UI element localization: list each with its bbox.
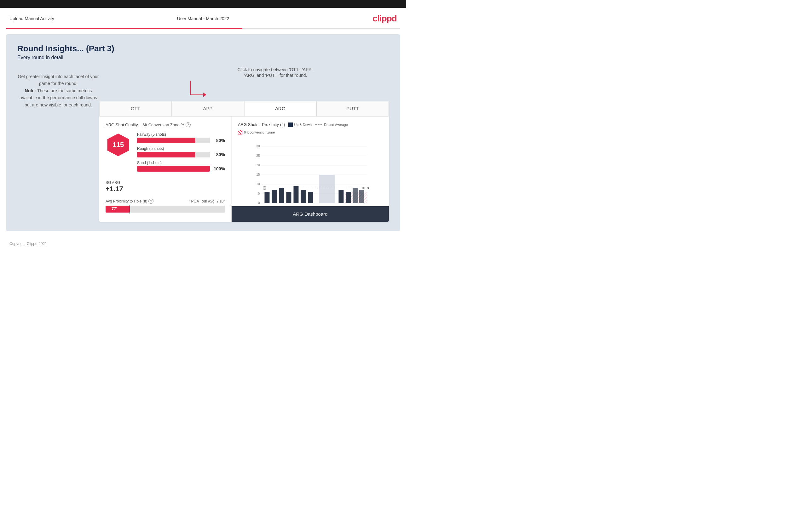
updown-icon (288, 122, 293, 127)
rough-pct: 80% (212, 152, 225, 157)
svg-rect-27 (294, 186, 299, 203)
tab-ott[interactable]: OTT (99, 101, 172, 116)
svg-text:30: 30 (256, 145, 260, 148)
main-content: Round Insights... (Part 3) Every round i… (6, 34, 400, 231)
legend-updown: Up & Down (288, 122, 312, 127)
hexagon-score: 115 (106, 132, 131, 158)
svg-point-35 (263, 186, 266, 189)
left-column: Get greater insight into each facet of y… (17, 67, 99, 108)
legend-round-avg: Round Average (315, 123, 348, 127)
svg-rect-32 (346, 192, 351, 203)
proximity-value: 77' (111, 206, 117, 211)
chart-header: ARG Shots - Proximity (ft) Up & Down Rou… (238, 122, 383, 134)
round-avg-icon (315, 124, 322, 125)
insight-main: Get greater insight into each facet of y… (18, 74, 99, 86)
svg-rect-34 (359, 190, 364, 203)
svg-rect-29 (308, 192, 313, 203)
shot-row-rough: Rough (5 shots) 80% (137, 147, 225, 158)
proximity-cursor (130, 205, 130, 214)
chart-title: ARG Shots - Proximity (ft) (238, 122, 285, 127)
proximity-header: Avg Proximity to Hole (ft) ? ↑ PGA Tour … (106, 199, 225, 204)
arg-shot-quality-label: ARG Shot Quality (106, 122, 138, 127)
chart-area: 0 5 10 15 20 25 30 (238, 137, 383, 206)
svg-marker-21 (363, 187, 365, 189)
conversion-zone-label: 6ft Conversion Zone % ? (143, 122, 191, 127)
page-title: Round Insights... (Part 3) (17, 44, 389, 54)
tabs-container: OTT APP ARG PUTT (99, 101, 389, 116)
top-bar (0, 0, 406, 8)
svg-text:8: 8 (367, 186, 369, 190)
svg-text:0: 0 (258, 201, 260, 205)
sg-arg-section: SG ARG +1.17 (106, 180, 225, 193)
svg-rect-30 (319, 175, 335, 203)
chart-svg: 0 5 10 15 20 25 30 (238, 137, 383, 206)
fairway-label: Fairway (5 shots) (137, 132, 225, 137)
sand-pct: 100% (212, 166, 225, 171)
shot-row-sand: Sand (1 shots) 100% (137, 161, 225, 172)
sand-label: Sand (1 shots) (137, 161, 225, 165)
help-icon[interactable]: ? (186, 122, 191, 127)
copyright: Copyright Clippd 2021 (9, 241, 47, 246)
svg-rect-33 (353, 188, 358, 203)
legend-6ft-label: 6 ft conversion zone (244, 130, 275, 134)
upload-manual-label[interactable]: Upload Manual Activity (9, 16, 54, 21)
note-label: Note: (25, 88, 36, 93)
hex-score-row: 115 Fairway (5 shots) (106, 132, 225, 175)
sg-value: +1.17 (106, 185, 225, 193)
proximity-bar: 77' (106, 206, 225, 213)
main-card: OTT APP ARG PUTT ARG Shot Quality 6ft Co… (99, 101, 389, 222)
legend-round-avg-label: Round Average (324, 123, 348, 127)
svg-rect-28 (301, 190, 306, 203)
shot-quality-bars: Fairway (5 shots) 80% Rou (137, 132, 225, 175)
svg-rect-24 (272, 190, 277, 203)
proximity-help-icon[interactable]: ? (148, 199, 153, 204)
proximity-label: Avg Proximity to Hole (ft) (106, 199, 147, 204)
fairway-pct: 80% (212, 138, 225, 143)
svg-text:20: 20 (256, 163, 260, 167)
legend-updown-label: Up & Down (294, 123, 312, 127)
logo: clippd (373, 13, 397, 23)
right-side: Click to navigate between 'OTT', 'APP','… (99, 67, 389, 222)
svg-text:5: 5 (258, 192, 260, 195)
proximity-fill (106, 206, 130, 213)
footer: Copyright Clippd 2021 (0, 237, 406, 251)
doc-title: User Manual - March 2022 (177, 16, 230, 21)
header: Upload Manual Activity User Manual - Mar… (0, 8, 406, 28)
svg-rect-25 (279, 188, 284, 203)
sg-label: SG ARG (106, 180, 225, 185)
arg-dashboard-button[interactable]: ARG Dashboard (232, 206, 389, 222)
svg-rect-23 (265, 192, 270, 203)
proximity-section: Avg Proximity to Hole (ft) ? ↑ PGA Tour … (106, 199, 225, 213)
header-divider (6, 28, 400, 29)
nav-arrow (188, 80, 213, 101)
legend-6ft: 6 ft conversion zone (238, 130, 275, 134)
rough-label: Rough (5 shots) (137, 147, 225, 151)
tab-arg[interactable]: ARG (244, 101, 317, 116)
right-panel: ARG Shots - Proximity (ft) Up & Down Rou… (232, 116, 389, 222)
nav-hint: Click to navigate between 'OTT', 'APP','… (162, 67, 389, 78)
panel-header: ARG Shot Quality 6ft Conversion Zone % ? (106, 122, 225, 127)
svg-rect-31 (339, 190, 344, 203)
tab-putt[interactable]: PUTT (316, 101, 389, 116)
arrow-area (188, 80, 389, 101)
fairway-bar (137, 137, 195, 143)
svg-text:15: 15 (256, 173, 260, 176)
insight-text: Get greater insight into each facet of y… (17, 73, 99, 108)
6ft-icon (238, 130, 242, 134)
hex-number: 115 (112, 141, 124, 149)
svg-marker-2 (203, 93, 206, 97)
sand-bar (137, 166, 210, 172)
rough-bar (137, 152, 195, 158)
pga-avg: ↑ PGA Tour Avg: 7'10" (188, 199, 225, 204)
page-subtitle: Every round in detail (17, 55, 389, 60)
svg-rect-26 (287, 192, 292, 203)
left-panel: ARG Shot Quality 6ft Conversion Zone % ? (99, 116, 232, 222)
shot-row-fairway: Fairway (5 shots) 80% (137, 132, 225, 143)
svg-text:25: 25 (256, 154, 260, 158)
card-body: ARG Shot Quality 6ft Conversion Zone % ? (99, 116, 389, 222)
tab-app[interactable]: APP (172, 101, 244, 116)
svg-text:10: 10 (256, 182, 260, 186)
